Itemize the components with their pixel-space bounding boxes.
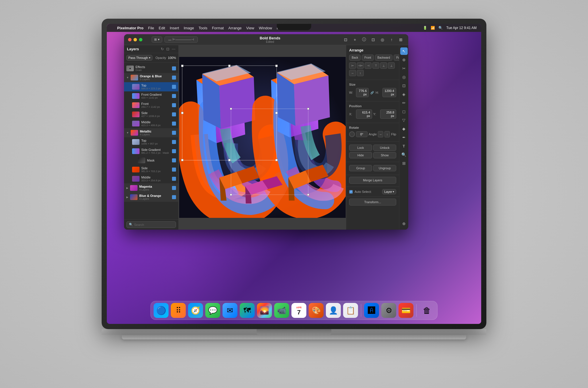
fullscreen-icon[interactable]: ⊞: [397, 36, 404, 43]
size-link-icon[interactable]: 🔗: [370, 91, 374, 94]
layer-group-orange-blue[interactable]: ▼ Orange & Blue 5 Layers: [124, 73, 178, 82]
layer-side-vis[interactable]: [172, 112, 176, 116]
dock-launchpad[interactable]: ⠿: [171, 303, 186, 318]
align-right-icon[interactable]: ⊣: [365, 62, 372, 69]
dock-facetime[interactable]: 📹: [274, 303, 289, 318]
layer-front[interactable]: Front 284.7 × 1142 px: [124, 101, 178, 110]
layer-magenta-vis[interactable]: [172, 186, 176, 190]
layer-sg-vis[interactable]: [172, 149, 176, 153]
layers-toggle-icon[interactable]: ⊡: [342, 36, 349, 43]
dock-contacts[interactable]: 👤: [326, 303, 341, 318]
search-box[interactable]: 🔍 Search: [126, 221, 176, 228]
layer-effects-vis[interactable]: [172, 66, 176, 70]
dock-maps[interactable]: 🗺: [240, 303, 255, 318]
layer-middle2-vis[interactable]: [172, 177, 176, 181]
layer-group-vis[interactable]: [172, 76, 176, 80]
align-bottom-icon[interactable]: ⊥: [388, 62, 395, 69]
menu-format[interactable]: Format: [212, 26, 224, 30]
layer-mask-vis[interactable]: [172, 158, 176, 162]
blend-mode-dropdown[interactable]: Pass Through ▾: [126, 55, 152, 61]
text-tool-icon[interactable]: T: [400, 142, 408, 150]
clone-tool-icon[interactable]: ⊡: [400, 82, 408, 89]
menu-tools[interactable]: Tools: [199, 26, 207, 30]
retouch-tool-icon[interactable]: ◈: [400, 91, 408, 98]
shape-tool-icon[interactable]: ◆: [400, 125, 408, 132]
menu-insert[interactable]: Insert: [170, 26, 179, 30]
layer-front-vis[interactable]: [172, 103, 176, 107]
dock-sysprefs[interactable]: ⚙: [381, 303, 396, 318]
ungroup-button[interactable]: Ungroup: [373, 165, 396, 171]
layer-top-1[interactable]: Top 584.9 × 223.2 px: [124, 82, 178, 91]
layer-middle-vis[interactable]: [172, 122, 176, 126]
menu-image[interactable]: Image: [184, 26, 194, 30]
gradient-tool-icon[interactable]: ▽: [400, 116, 408, 124]
align-center-h-icon[interactable]: ⊣⊢: [357, 62, 364, 69]
menu-window[interactable]: Window: [259, 26, 272, 30]
auto-select-dropdown[interactable]: Layer ▾: [382, 189, 396, 194]
layer-top2-vis[interactable]: [172, 140, 176, 144]
backward-button[interactable]: Backward: [375, 55, 393, 61]
layer-top-2[interactable]: Top 1006 × 957 px: [124, 137, 178, 147]
app-name[interactable]: Pixelmator Pro: [117, 26, 144, 30]
menu-view[interactable]: View: [246, 26, 254, 30]
crop-tool-icon[interactable]: ✂: [400, 65, 408, 72]
width-input[interactable]: 776.6 px: [356, 88, 369, 97]
dock-finder[interactable]: 🔵: [154, 303, 169, 318]
auto-select-checkbox[interactable]: ✓: [349, 190, 353, 194]
layer-front-gradient[interactable]: Front Gradient 420 × 1142 px: [124, 91, 178, 101]
align-left-icon[interactable]: ⊢: [349, 62, 356, 69]
distribute-h-icon[interactable]: ↔: [349, 70, 356, 76]
view-toggle[interactable]: ⊞▾: [152, 37, 162, 43]
layer-group-metallic[interactable]: ▼ Metallic 4 Layers: [124, 128, 178, 137]
dock-safari[interactable]: 🧭: [188, 303, 203, 318]
zoom-control[interactable]: — ⊢—————⊣: [165, 37, 198, 43]
add-icon[interactable]: +: [351, 36, 358, 43]
panel-menu-icon[interactable]: ⋯: [172, 47, 175, 51]
custom-tool-icon[interactable]: ⊞: [400, 160, 408, 167]
layer-side-2[interactable]: Side 981.9 × 703.2 px: [124, 165, 178, 174]
paint-tool-icon[interactable]: ✏: [400, 99, 408, 107]
dock-wallet[interactable]: 💳: [399, 303, 413, 318]
layer-group-blue-orange[interactable]: ▶ Blue & Orange 4 Layers: [124, 193, 178, 202]
layer-effects[interactable]: ✦ Effects Drain: [124, 64, 178, 73]
panel-add-icon[interactable]: ⊡: [166, 47, 169, 51]
layer-side-gradient[interactable]: Side Gradient 981.2 × 793.2 px · Mask: [124, 147, 178, 156]
search-icon[interactable]: 🔍: [438, 26, 443, 30]
layer-fg-vis[interactable]: [172, 94, 176, 98]
adjust-icon[interactable]: ◎: [379, 36, 386, 43]
erase-tool-icon[interactable]: ◻: [400, 108, 408, 115]
flip-h-icon[interactable]: ↔: [378, 131, 383, 137]
menu-file[interactable]: File: [148, 26, 154, 30]
distribute-v-icon[interactable]: ↕: [357, 70, 364, 76]
forward-button[interactable]: Forward: [394, 55, 399, 61]
align-center-v-icon[interactable]: ⊥: [380, 62, 387, 69]
unlock-button[interactable]: Unlock: [373, 145, 396, 151]
select-tool-icon[interactable]: ↖: [400, 47, 408, 55]
heal-tool-icon[interactable]: ◎: [400, 73, 408, 81]
show-button[interactable]: Show: [373, 152, 396, 158]
dock-pixelmator[interactable]: 🎨: [309, 303, 324, 318]
pen-tool-icon[interactable]: ✒: [400, 134, 408, 141]
info-icon[interactable]: ⓘ: [361, 36, 368, 43]
menu-edit[interactable]: Edit: [159, 26, 165, 30]
dock-trash[interactable]: 🗑: [419, 303, 434, 318]
dock-appstore[interactable]: 🅰: [364, 303, 379, 318]
magnify-tool-icon[interactable]: 🔍: [400, 151, 408, 158]
canvas-area[interactable]: [179, 45, 346, 230]
share-icon[interactable]: ↑: [388, 36, 395, 43]
dock-reminders[interactable]: 📋: [343, 303, 358, 318]
layer-side2-vis[interactable]: [172, 168, 176, 172]
menu-arrange[interactable]: Arrange: [228, 26, 241, 30]
dock-photos[interactable]: 🌄: [257, 303, 272, 318]
x-input[interactable]: 615.4 px: [356, 110, 372, 119]
back-button[interactable]: Back: [349, 55, 361, 61]
layer-metallic-vis[interactable]: [172, 131, 176, 135]
layer-side-1[interactable]: Side 427 × 1036.6 px: [124, 110, 178, 119]
zoom-tool-icon[interactable]: ⊕: [400, 56, 408, 64]
dock-calendar[interactable]: APR 7: [291, 303, 306, 318]
maximize-button[interactable]: [139, 38, 142, 41]
minimize-button[interactable]: [134, 38, 137, 41]
y-input[interactable]: 258.8 px: [380, 110, 396, 119]
overflow-icon[interactable]: ⊕: [400, 220, 408, 227]
flip-v-icon[interactable]: ↕: [384, 131, 390, 137]
